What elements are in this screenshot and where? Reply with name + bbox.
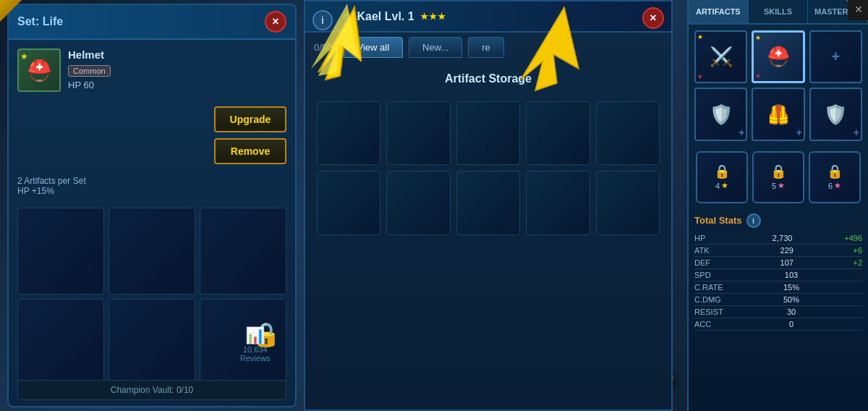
- stat-name-spd: SPD: [694, 271, 723, 279]
- champion-vault: Champion Vault: 0/10: [17, 380, 286, 400]
- artifact-cell-sword[interactable]: ★ ♥ ⚔️: [694, 30, 747, 83]
- stat-bonus-atk: +6: [853, 246, 862, 255]
- artifact-slot-2[interactable]: [109, 208, 195, 295]
- artifact-stars-2: ★: [755, 34, 761, 41]
- stat-value-crate: 15%: [783, 283, 799, 292]
- stat-name-atk: ATK: [694, 246, 723, 255]
- middle-panel-header: ♂ Kael Lvl. 1 ★★★: [305, 1, 671, 33]
- artifact-ring-icon: 🛡️: [824, 103, 847, 126]
- artifact-cell-boots[interactable]: 🦺 +: [752, 88, 804, 140]
- stat-row-def: DEF 107 +2: [694, 257, 862, 269]
- tab-artifacts[interactable]: ARTIFACTS: [689, 0, 749, 23]
- stat-name-cdmg: C.DMG: [694, 295, 723, 304]
- heart-icon: ♥: [698, 73, 702, 80]
- set-info: 2 Artifacts per Set HP +15%: [9, 170, 295, 202]
- storage-slot-8[interactable]: [456, 171, 520, 234]
- tab-more[interactable]: re: [468, 37, 504, 58]
- equipped-artifacts-grid: ★ ♥ ⚔️ ★ ♥ ⛑️ + 🛡️ + 🦺 + 🛡️ +: [689, 25, 868, 147]
- tab-newest[interactable]: New...: [409, 37, 462, 58]
- total-stats-section: Total Stats i HP 2,730 +496 ATK 229 +6 D…: [689, 208, 868, 336]
- storage-slot-4[interactable]: [526, 101, 590, 165]
- action-buttons: Upgrade Remove: [9, 101, 295, 170]
- item-image: ⛑️: [27, 59, 52, 82]
- star-count-6: 6 ★: [828, 181, 841, 190]
- reviews-section: 📊 10,634 Reviews: [240, 326, 271, 363]
- storage-counter: 0/500: [314, 42, 338, 53]
- right-panel-close-button[interactable]: ×: [848, 0, 868, 20]
- stat-name-acc: ACC: [694, 320, 723, 329]
- item-info-section: ★ ⛑️ Helmet Common HP 60: [9, 40, 295, 101]
- stat-value-resist: 30: [787, 308, 796, 316]
- left-panel-close-button[interactable]: ×: [265, 11, 286, 33]
- item-stat: HP 60: [68, 80, 286, 90]
- stat-name-hp: HP: [694, 234, 723, 242]
- stat-row-resist: RESIST 30: [694, 306, 862, 318]
- artifact-boots-icon: 🦺: [767, 103, 790, 126]
- item-star: ★: [20, 51, 28, 62]
- artifact-slot-3[interactable]: [200, 208, 286, 295]
- stat-row-acc: ACC 0: [694, 318, 862, 331]
- lock-slots-row: 🔒 4 ★ 🔒 5 ★ 🔒 6 ★: [689, 147, 868, 208]
- storage-slot-6[interactable]: [317, 171, 380, 234]
- stat-value-spd: 103: [785, 271, 798, 279]
- heart-icon-2: ♥: [756, 72, 760, 80]
- lock-slot-4star[interactable]: 🔒 4 ★: [696, 151, 748, 203]
- storage-title: Artifact Storage: [305, 62, 671, 96]
- artifact-chest-icon: 🛡️: [710, 103, 733, 126]
- stat-row-cdmg: C.DMG 50%: [694, 294, 862, 306]
- artifact-stars: ★: [697, 33, 703, 41]
- stat-value-atk: 229: [780, 246, 793, 255]
- total-stats-header: Total Stats i: [694, 213, 862, 228]
- stat-name-def: DEF: [694, 258, 723, 267]
- set-info-line1: 2 Artifacts per Set: [17, 176, 286, 186]
- storage-slot-2[interactable]: [386, 101, 450, 165]
- lock-icon-5: 🔒: [770, 164, 786, 179]
- middle-panel-close-button[interactable]: ×: [642, 7, 664, 29]
- artifact-cell-shield[interactable]: +: [809, 30, 862, 83]
- artifact-slot-4[interactable]: [17, 299, 104, 386]
- artifact-cell-chest[interactable]: 🛡️ +: [694, 88, 747, 140]
- item-details: Helmet Common HP 60: [68, 48, 286, 90]
- lock-slot-6star[interactable]: 🔒 6 ★: [809, 151, 861, 203]
- right-panel-tabs: ARTIFACTS SKILLS MASTERIES: [689, 0, 868, 25]
- stat-value-acc: 0: [789, 320, 793, 329]
- item-icon: ★ ⛑️: [17, 48, 61, 92]
- rarity-badge: Common: [68, 65, 111, 77]
- storage-slot-5[interactable]: [596, 101, 660, 165]
- lock-slot-5star[interactable]: 🔒 5 ★: [752, 151, 804, 203]
- star-count-5: 5 ★: [772, 181, 785, 190]
- artifact-helmet-icon: ⛑️: [767, 46, 790, 68]
- add-ring-icon: +: [854, 127, 859, 138]
- remove-button[interactable]: Remove: [214, 138, 286, 164]
- total-stats-label: Total Stats: [694, 215, 742, 226]
- storage-grid: [305, 96, 671, 241]
- stats-info-button[interactable]: i: [746, 213, 761, 228]
- reviews-label: Reviews: [240, 354, 271, 363]
- tab-view-all[interactable]: View all: [344, 37, 404, 58]
- reviews-icon: 📊: [240, 326, 271, 345]
- item-name: Helmet: [68, 48, 286, 61]
- stat-bonus-hp: +496: [844, 234, 862, 242]
- storage-slot-10[interactable]: [596, 171, 660, 234]
- artifact-cell-ring[interactable]: 🛡️ +: [809, 88, 862, 140]
- storage-slot-1[interactable]: [317, 101, 380, 165]
- character-right-panel: × ARTIFACTS SKILLS MASTERIES ★ ♥ ⚔️ ★ ♥ …: [687, 0, 868, 411]
- upgrade-button[interactable]: Upgrade: [214, 106, 286, 132]
- storage-slot-9[interactable]: [526, 171, 590, 234]
- artifact-cell-helmet[interactable]: ★ ♥ ⛑️: [752, 30, 804, 83]
- champion-gender-icon: ♂: [341, 9, 352, 24]
- set-title: Set: Life: [17, 15, 63, 28]
- stat-name-crate: C.RATE: [694, 283, 723, 292]
- reviews-count: 10,634: [240, 345, 271, 354]
- set-life-panel: Set: Life × ★ ⛑️ Helmet Common HP 60 Upg…: [7, 4, 297, 407]
- champion-name: Kael Lvl. 1: [357, 10, 414, 23]
- tab-skills[interactable]: SKILLS: [749, 0, 809, 23]
- artifact-slot-5[interactable]: [109, 299, 195, 386]
- artifact-slot-1[interactable]: [17, 208, 104, 295]
- champion-stars: ★★★: [420, 12, 446, 22]
- add-boots-icon: +: [796, 127, 801, 138]
- storage-slot-7[interactable]: [386, 171, 450, 234]
- storage-slot-3[interactable]: [456, 101, 520, 165]
- stat-value-def: 107: [780, 258, 793, 267]
- info-button[interactable]: i: [312, 10, 333, 30]
